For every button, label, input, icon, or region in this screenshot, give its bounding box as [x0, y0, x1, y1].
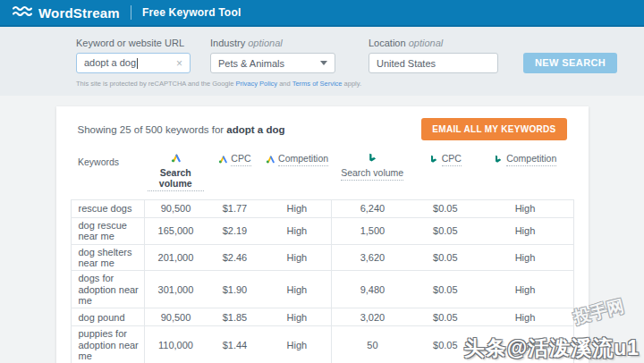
location-field-group: Location optional United States	[369, 38, 498, 73]
bing-competition-cell: High	[477, 200, 573, 218]
google-competition-cell: High	[263, 244, 331, 271]
table-row: dogs for adoption near me 301,000 $1.90 …	[71, 271, 573, 308]
chevron-down-icon	[320, 61, 327, 65]
query-text: adopt a dog	[226, 124, 284, 135]
google-cpc-cell: $1.90	[207, 271, 263, 308]
keywords-table: Keywords Search volume	[71, 148, 574, 363]
location-input[interactable]: United States	[369, 53, 498, 73]
keyword-cell: dogs for adoption near me	[71, 271, 145, 308]
col-header-bing-cpc: CPC	[413, 148, 477, 200]
table-row: dog shelters near me 201,000 $2.46 High …	[71, 244, 573, 271]
location-value: United States	[377, 58, 436, 69]
keyword-field-group: Keyword or website URL adopt a dog ×	[76, 38, 210, 73]
bing-search-volume-cell: 6,240	[331, 200, 413, 218]
sort-bing-search-volume[interactable]: Search volume	[341, 167, 403, 181]
privacy-policy-link[interactable]: Privacy Policy	[235, 80, 277, 88]
col-header-google-search-volume: Search volume	[145, 148, 207, 200]
google-search-volume-cell: 165,000	[145, 218, 207, 245]
keyword-cell: dog rescue near me	[71, 218, 145, 245]
google-competition-cell: High	[263, 218, 331, 245]
wave-icon	[13, 4, 32, 21]
brand-name: WordStream	[38, 5, 120, 21]
table-header-row: Keywords Search volume	[71, 148, 573, 200]
col-header-google-cpc: CPC	[207, 148, 263, 200]
bing-cpc-cell: $0.05	[413, 244, 477, 271]
topbar-divider	[131, 5, 131, 20]
bing-search-volume-cell: 9,480	[331, 271, 413, 308]
sort-google-cpc[interactable]: CPC	[231, 153, 250, 166]
bing-cpc-cell: $0.05	[413, 218, 477, 245]
bing-competition-cell: High	[477, 308, 573, 326]
email-keywords-button[interactable]: EMAIL ALL MY KEYWORDS	[421, 118, 566, 140]
google-competition-cell: High	[263, 271, 331, 308]
google-search-volume-cell: 90,500	[145, 200, 207, 218]
google-search-volume-cell: 201,000	[145, 244, 207, 271]
google-cpc-cell: $2.46	[207, 244, 263, 271]
industry-label: Industry optional	[210, 38, 369, 48]
google-ads-icon	[171, 153, 181, 165]
keyword-cell: puppies for adoption near me	[71, 326, 145, 363]
bing-icon	[368, 153, 377, 165]
sort-bing-cpc[interactable]: CPC	[442, 153, 462, 166]
bing-competition-cell: High	[477, 271, 573, 308]
recaptcha-disclaimer: This site is protected by reCAPTCHA and …	[76, 80, 644, 88]
results-card: Showing 25 of 500 keywords for adopt a d…	[56, 106, 589, 363]
bing-search-volume-cell: 3,620	[331, 244, 413, 271]
google-competition-cell: High	[263, 200, 331, 218]
col-header-google-competition: Competition	[263, 148, 331, 200]
bing-cpc-cell: $0.05	[413, 326, 477, 363]
bing-icon	[429, 155, 438, 165]
location-label: Location optional	[369, 38, 498, 48]
text-caret	[137, 58, 138, 69]
industry-value: Pets & Animals	[218, 58, 284, 69]
table-row: dog pound 90,500 $1.85 High 3,020 $0.05 …	[71, 308, 573, 326]
bing-search-volume-cell: 3,020	[331, 308, 413, 326]
keyword-label: Keyword or website URL	[76, 38, 210, 48]
clear-input-icon[interactable]: ×	[176, 57, 182, 70]
app-title: Free Keyword Tool	[142, 6, 242, 19]
keyword-cell: rescue dogs	[71, 200, 145, 218]
search-section: Keyword or website URL adopt a dog × Ind…	[0, 27, 644, 96]
google-cpc-cell: $2.19	[207, 218, 263, 245]
bing-cpc-cell: $0.05	[413, 308, 477, 326]
bing-competition-cell: High	[477, 218, 573, 245]
col-header-bing-search-volume: Search volume	[331, 148, 413, 200]
bing-search-volume-cell: 50	[331, 326, 413, 363]
google-cpc-cell: $1.77	[207, 200, 263, 218]
google-ads-icon	[218, 155, 227, 165]
industry-field-group: Industry optional Pets & Animals	[210, 38, 369, 73]
results-summary: Showing 25 of 500 keywords for adopt a d…	[78, 124, 285, 135]
new-search-button[interactable]: NEW SEARCH	[523, 53, 617, 73]
google-competition-cell: High	[263, 326, 331, 363]
bing-search-volume-cell: 1,500	[331, 218, 413, 245]
google-competition-cell: High	[263, 308, 331, 326]
google-cpc-cell: $1.85	[207, 308, 263, 326]
bing-competition-cell: High	[477, 326, 573, 363]
table-row: rescue dogs 90,500 $1.77 High 6,240 $0.0…	[71, 200, 573, 218]
keyword-value: adopt a dog	[84, 57, 136, 68]
industry-select[interactable]: Pets & Animals	[210, 53, 335, 73]
table-row: puppies for adoption near me 110,000 $1.…	[71, 326, 573, 363]
col-header-keywords: Keywords	[71, 148, 145, 200]
bing-competition-cell: High	[477, 244, 573, 271]
google-ads-icon	[266, 155, 275, 165]
bing-icon	[494, 155, 503, 165]
col-header-bing-competition: Competition	[477, 148, 573, 200]
keyword-cell: dog shelters near me	[71, 244, 145, 271]
bing-cpc-cell: $0.05	[413, 200, 477, 218]
table-row: dog rescue near me 165,000 $2.19 High 1,…	[71, 218, 573, 245]
google-cpc-cell: $1.44	[207, 326, 263, 363]
keyword-cell: dog pound	[71, 308, 145, 326]
wordstream-logo[interactable]: WordStream	[13, 4, 120, 21]
sort-google-competition[interactable]: Competition	[278, 153, 328, 166]
google-search-volume-cell: 301,000	[145, 271, 207, 308]
google-search-volume-cell: 110,000	[145, 326, 207, 363]
keyword-input[interactable]: adopt a dog ×	[76, 53, 191, 73]
sort-bing-competition[interactable]: Competition	[506, 153, 556, 166]
topbar: WordStream Free Keyword Tool	[0, 0, 644, 27]
google-search-volume-cell: 90,500	[145, 308, 207, 326]
bing-cpc-cell: $0.05	[413, 271, 477, 308]
sort-google-search-volume[interactable]: Search volume	[148, 167, 204, 191]
terms-of-service-link[interactable]: Terms of Service	[292, 80, 343, 88]
